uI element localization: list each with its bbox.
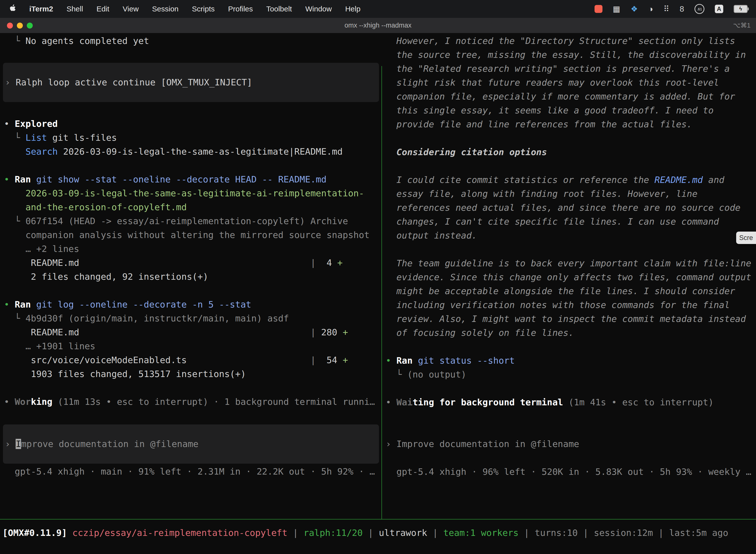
ralph-inject-line: › Ralph loop active continue [OMX_TMUX_I… xyxy=(5,75,252,89)
ralph-inject-box: › Ralph loop active continue [OMX_TMUX_I… xyxy=(3,63,379,102)
terminal-line: the source tree, missing the essay. Stil… xyxy=(386,48,756,62)
right-prompt-input[interactable]: › Improve documentation in @filename xyxy=(386,437,756,451)
terminal-line: … +1901 lines xyxy=(4,339,381,353)
grid-icon[interactable]: ▦ xyxy=(613,5,620,13)
terminal-line: gpt-5.4 xhigh · main · 91% left · 2.31M … xyxy=(4,465,381,479)
terminal-line: 2026-03-09-is-legal-the-same-as-legitima… xyxy=(4,186,381,200)
half-circle-icon[interactable]: ◑ xyxy=(648,5,653,13)
terminal-line: 1903 files changed, 513517 insertions(+) xyxy=(4,367,381,381)
terminal-line xyxy=(386,159,756,173)
apple-menu-icon[interactable] xyxy=(9,4,16,14)
menu-item-edit[interactable]: Edit xyxy=(97,5,109,13)
terminal-line: └ No agents completed yet xyxy=(4,34,381,48)
window-title-bar[interactable]: omx --xhigh --madmax ⌥⌘1 xyxy=(0,18,756,34)
terminal-line: • Ran git status --short xyxy=(386,354,756,368)
terminal-line: └ (no output) xyxy=(386,368,756,382)
dots-grid-icon[interactable]: ⠿ xyxy=(664,5,669,13)
terminal-line: companion analysis without altering the … xyxy=(4,228,381,242)
terminal-line: 2 files changed, 92 insertions(+) xyxy=(4,270,381,284)
terminal-line: The team guideline is to back every impo… xyxy=(386,257,756,270)
omx-status-bar: [OMX#0.11.9] cczip/essay/ai-reimplementa… xyxy=(2,526,754,540)
terminal-line: slight risk that future readers may over… xyxy=(386,76,756,90)
terminal-line xyxy=(4,159,381,172)
terminal-line xyxy=(386,382,756,395)
terminal-line: • Working (11m 13s • esc to interrupt) ·… xyxy=(4,395,381,409)
menu-item-window[interactable]: Window xyxy=(305,5,332,13)
terminal-line: references need actual files, and since … xyxy=(386,201,756,215)
terminal-line: I could cite commit statistics or refere… xyxy=(386,173,756,187)
terminal-line: └ 4b9d30f (origin/main, instructkr/main,… xyxy=(4,312,381,325)
terminal-line xyxy=(4,284,381,297)
right-transcript: However, I noticed the "Directory Struct… xyxy=(386,34,756,409)
left-prompt-input[interactable]: › Improve documentation in @filename xyxy=(3,425,379,464)
menu-item-help[interactable]: Help xyxy=(345,5,361,13)
menu-bar-status-icons: ▦ ❖ ◑ ⠿ 8 .61 A ϟ xyxy=(594,4,756,14)
menu-item-session[interactable]: Session xyxy=(152,5,179,13)
number-eight-icon[interactable]: 8 xyxy=(680,5,684,13)
screen-recording-indicator-icon[interactable] xyxy=(594,5,603,13)
traffic-lights xyxy=(7,18,33,33)
terminal-line: Search 2026-03-09-is-legal-the-same-as-l… xyxy=(4,145,381,159)
terminal-line: evidence. Since this change only affects… xyxy=(386,270,756,284)
terminal-line: └ 067f154 (HEAD -> essay/ai-reimplementa… xyxy=(4,214,381,228)
left-pane: └ No agents completed yet › Ralph loop a… xyxy=(0,33,381,486)
desktop: iTerm2 Shell Edit View Session Scripts P… xyxy=(0,0,756,554)
terminal-line xyxy=(386,242,756,257)
terminal: └ No agents completed yet › Ralph loop a… xyxy=(0,33,756,554)
menu-item-view[interactable]: View xyxy=(123,5,139,13)
terminal-line: • Ran git log --oneline --decorate -n 5 … xyxy=(4,297,381,312)
horizontal-divider xyxy=(0,519,756,519)
terminal-line: gpt-5.4 xhigh · 96% left · 520K in · 5.8… xyxy=(386,465,756,479)
window-title: omx --xhigh --madmax xyxy=(344,21,412,29)
terminal-line: … +2 lines xyxy=(4,242,381,256)
menu-item-profiles[interactable]: Profiles xyxy=(228,5,253,13)
bolt-icon: ϟ xyxy=(739,6,742,12)
terminal-line: essay file, along with finding root file… xyxy=(386,187,756,201)
close-button[interactable] xyxy=(7,22,13,29)
terminal-line: changes, I can't cite specific file line… xyxy=(386,215,756,229)
terminal-line: review. Also, I might want to inspect th… xyxy=(386,312,756,326)
terminal-line: › Ralph loop active continue [OMX_TMUX_I… xyxy=(5,75,252,89)
blue-app-icon[interactable]: ❖ xyxy=(631,5,638,13)
battery-charging-icon[interactable]: ϟ xyxy=(734,5,748,13)
left-session-status: gpt-5.4 xhigh · main · 91% left · 2.31M … xyxy=(4,465,381,479)
terminal-line: and-the-erosion-of-copyleft.md xyxy=(4,200,381,214)
menu-item-iterm2[interactable]: iTerm2 xyxy=(29,5,53,13)
terminal-line: › Improve documentation in @filename xyxy=(5,437,198,451)
agents-status: └ No agents completed yet xyxy=(4,34,381,48)
menu-item-toolbelt[interactable]: Toolbelt xyxy=(266,5,292,13)
terminal-line xyxy=(386,131,756,145)
terminal-line: › Improve documentation in @filename xyxy=(386,437,756,451)
left-prompt-text: › Improve documentation in @filename xyxy=(5,437,198,451)
terminal-line: companion file, especially if more comme… xyxy=(386,90,756,104)
terminal-line: this single essay, it seems like a good … xyxy=(386,104,756,117)
left-transcript: • Explored └ List git ls-files Search 20… xyxy=(4,117,381,409)
terminal-line: However, I noticed the "Directory Struct… xyxy=(386,34,756,48)
terminal-line xyxy=(4,381,381,395)
terminal-line: src/voice/voiceModeEnabled.ts | 54 + xyxy=(4,353,381,367)
terminal-line: • Ran git show --stat --oneline --decora… xyxy=(4,172,381,186)
menu-item-shell[interactable]: Shell xyxy=(66,5,83,13)
terminal-line: might be acceptable alongside the file l… xyxy=(386,284,756,298)
keyboard-input-icon[interactable]: A xyxy=(715,5,723,13)
terminal-line: • Waiting for background terminal (1m 41… xyxy=(386,395,756,409)
menu-bar-left: iTerm2 Shell Edit View Session Scripts P… xyxy=(0,4,360,14)
window-shortcut-badge: ⌥⌘1 xyxy=(733,21,751,29)
terminal-line: provide file and line references from th… xyxy=(386,117,756,131)
zoom-button[interactable] xyxy=(27,22,33,29)
screen-share-tab[interactable]: Scre xyxy=(736,232,756,244)
terminal-line: Considering citation options xyxy=(386,145,756,159)
menu-item-scripts[interactable]: Scripts xyxy=(192,5,215,13)
right-pane: However, I noticed the "Directory Struct… xyxy=(382,33,756,486)
terminal-line: including verification notes with those … xyxy=(386,298,756,312)
terminal-line: └ List git ls-files xyxy=(4,131,381,145)
terminal-line: README.md | 4 + xyxy=(4,256,381,270)
minimize-button[interactable] xyxy=(17,22,23,29)
right-session-status: gpt-5.4 xhigh · 96% left · 520K in · 5.8… xyxy=(386,465,756,479)
terminal-line: [OMX#0.11.9] cczip/essay/ai-reimplementa… xyxy=(2,526,754,540)
terminal-line xyxy=(386,340,756,354)
pane-divider[interactable] xyxy=(381,66,382,519)
terminal-line: output instead. xyxy=(386,229,756,242)
gauge-icon[interactable]: .61 xyxy=(694,4,704,14)
terminal-line: README.md | 280 + xyxy=(4,325,381,339)
